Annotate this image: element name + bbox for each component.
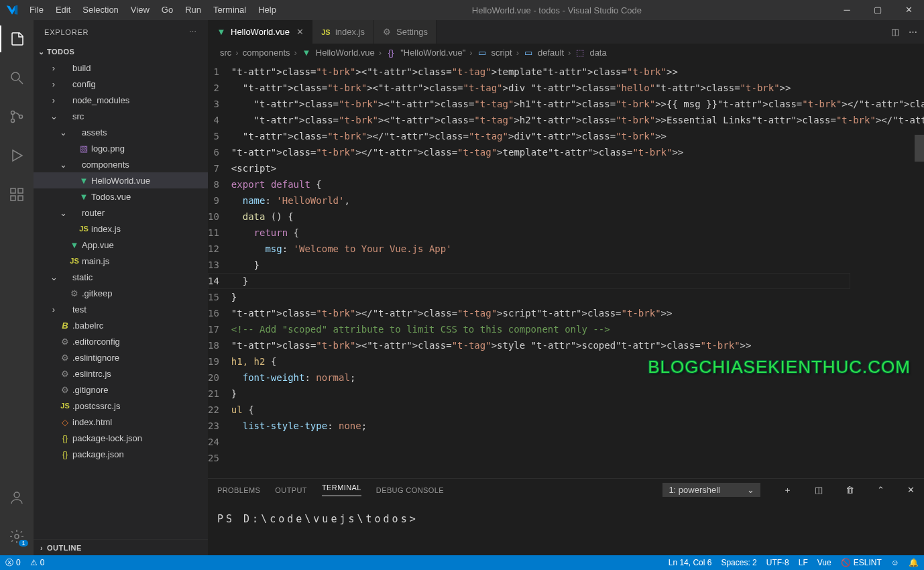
panel-tab-terminal[interactable]: TERMINAL	[322, 483, 361, 496]
sidebar-more-icon[interactable]: ⋯	[189, 27, 197, 36]
tree-item[interactable]: ◇index.html	[34, 414, 208, 430]
activity-scm-icon[interactable]	[0, 103, 34, 130]
activity-search-icon[interactable]	[0, 64, 34, 91]
file-icon: JS	[68, 257, 80, 265]
panel-tab-debug-console[interactable]: DEBUG CONSOLE	[376, 486, 444, 494]
close-panel-icon[interactable]: ✕	[907, 485, 915, 495]
file-icon: ▼	[78, 176, 90, 186]
tab-icon: ▼	[216, 27, 227, 37]
activity-accounts-icon[interactable]	[0, 484, 34, 511]
more-actions-icon[interactable]: ⋯	[909, 27, 917, 37]
window-maximize-button[interactable]: ▢	[862, 0, 893, 20]
editor-tab[interactable]: ⚙Settings	[373, 20, 437, 44]
chevron-icon: ⌄	[48, 111, 59, 121]
breadcrumb-item[interactable]: components	[243, 48, 290, 58]
tree-item[interactable]: JSindex.js	[34, 221, 208, 237]
tree-item[interactable]: ⌄src	[34, 108, 208, 124]
code-editor[interactable]: 1234567891011121314151617181920212223242…	[208, 61, 924, 478]
file-icon: ▼	[68, 240, 80, 250]
menu-terminal[interactable]: Terminal	[207, 0, 252, 20]
terminal-selector[interactable]: 1: powershell⌄	[662, 483, 760, 497]
tree-item[interactable]: JS.postcssrc.js	[34, 398, 208, 414]
tree-item[interactable]: ›test	[34, 301, 208, 317]
tree-item[interactable]: ⚙.editorconfig	[34, 333, 208, 349]
tree-item-label: components	[82, 160, 129, 170]
plus-icon[interactable]: ＋	[783, 484, 792, 496]
status-language[interactable]: Vue	[817, 558, 831, 567]
breadcrumbs[interactable]: src›components›▼HelloWorld.vue›{}"HelloW…	[208, 44, 924, 61]
tree-item[interactable]: {}package-lock.json	[34, 430, 208, 446]
tree-item[interactable]: ›node_modules	[34, 92, 208, 108]
menu-run[interactable]: Run	[179, 0, 207, 20]
menu-edit[interactable]: Edit	[50, 0, 76, 20]
terminal-output[interactable]: PS D:\code\vuejs\todos>	[208, 501, 924, 555]
menu-help[interactable]: Help	[252, 0, 282, 20]
tree-item[interactable]: ▼Todos.vue	[34, 188, 208, 205]
tree-item[interactable]: ⌄router	[34, 205, 208, 221]
tree-item[interactable]: ▼App.vue	[34, 237, 208, 253]
breadcrumb-item[interactable]: HelloWorld.vue	[316, 48, 375, 58]
status-spaces[interactable]: Spaces: 2	[721, 558, 756, 567]
tree-item[interactable]: ⚙.gitkeep	[34, 285, 208, 301]
outline-section[interactable]: ›OUTLINE	[34, 539, 208, 555]
status-line-col[interactable]: Ln 14, Col 6	[669, 558, 712, 567]
code-content[interactable]: "t-attr">class="t-brk"><"t-attr">class="…	[231, 61, 924, 478]
tree-item[interactable]: ⌄components	[34, 156, 208, 172]
breadcrumb-item[interactable]: default	[538, 48, 564, 58]
menu-view[interactable]: View	[125, 0, 156, 20]
status-eol[interactable]: LF	[799, 558, 808, 567]
tree-item-label: router	[82, 208, 105, 218]
activity-extensions-icon[interactable]	[0, 181, 34, 208]
tree-item[interactable]: ›build	[34, 60, 208, 76]
tree-item[interactable]: ⌄static	[34, 269, 208, 285]
menu-file[interactable]: File	[23, 0, 50, 20]
tree-item-label: HelloWorld.vue	[91, 176, 150, 186]
status-feedback-icon[interactable]: ☺	[891, 558, 899, 567]
breadcrumb-item[interactable]: "HelloWorld.vue"	[400, 48, 465, 58]
tree-item[interactable]: {}package.json	[34, 446, 208, 462]
scrollbar-thumb[interactable]	[915, 135, 924, 162]
status-eslint[interactable]: 🚫 ESLINT	[841, 558, 882, 567]
tree-item[interactable]: ▧logo.png	[34, 140, 208, 156]
tree-item[interactable]: ⌄assets	[34, 124, 208, 140]
chevron-up-icon[interactable]: ⌃	[877, 485, 884, 495]
editor-tab[interactable]: JSindex.js	[312, 20, 373, 44]
window-minimize-button[interactable]: ─	[831, 0, 862, 20]
activity-settings-icon[interactable]: 1	[0, 523, 34, 550]
svg-point-3	[11, 119, 15, 123]
tree-item[interactable]: ⚙.eslintignore	[34, 349, 208, 365]
trash-icon[interactable]: 🗑	[846, 485, 854, 495]
tree-item-label: assets	[82, 127, 107, 137]
tree-item[interactable]: ›config	[34, 76, 208, 92]
tree-item-label: .gitkeep	[82, 288, 113, 298]
tree-root[interactable]: ⌄TODOS	[34, 44, 208, 60]
menu-selection[interactable]: Selection	[76, 0, 124, 20]
file-icon: ⚙	[59, 337, 71, 347]
menu-go[interactable]: Go	[156, 0, 179, 20]
file-icon: ⚙	[68, 288, 80, 298]
window-close-button[interactable]: ✕	[893, 0, 924, 20]
breadcrumb-item[interactable]: src	[220, 48, 231, 58]
chevron-icon: ›	[48, 79, 59, 89]
panel-tab-problems[interactable]: PROBLEMS	[217, 486, 260, 494]
status-warnings[interactable]: ⚠ 0	[30, 558, 45, 567]
status-bell-icon[interactable]: 🔔	[909, 558, 919, 567]
split-terminal-icon[interactable]: ◫	[815, 485, 823, 495]
tree-item[interactable]: JSmain.js	[34, 253, 208, 269]
breadcrumb-item[interactable]: data	[589, 48, 606, 58]
split-editor-icon[interactable]: ◫	[891, 27, 899, 37]
status-errors[interactable]: ⓧ 0	[5, 557, 21, 569]
editor-tab[interactable]: ▼HelloWorld.vue✕	[208, 20, 312, 44]
status-encoding[interactable]: UTF-8	[766, 558, 789, 567]
tree-item[interactable]: B.babelrc	[34, 317, 208, 333]
activity-explorer-icon[interactable]	[0, 25, 34, 52]
activity-debug-icon[interactable]	[0, 142, 34, 169]
breadcrumb-item[interactable]: script	[492, 48, 512, 58]
tree-item[interactable]: ⚙.gitignore	[34, 382, 208, 398]
tree-item[interactable]: ⚙.eslintrc.js	[34, 365, 208, 382]
tab-close-icon[interactable]: ✕	[296, 27, 304, 37]
chevron-icon: ›	[48, 304, 59, 315]
panel-tab-output[interactable]: OUTPUT	[275, 486, 307, 494]
tree-item[interactable]: ▼HelloWorld.vue	[34, 172, 208, 188]
file-icon: ⚙	[59, 353, 71, 363]
